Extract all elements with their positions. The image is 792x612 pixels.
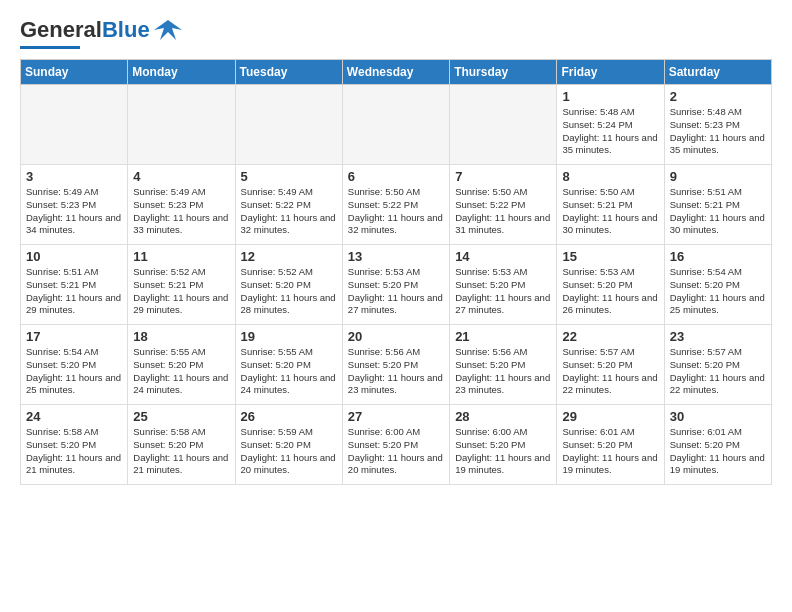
day-info: Sunrise: 5:58 AM Sunset: 5:20 PM Dayligh… [133,426,229,477]
day-number: 6 [348,169,444,184]
calendar-cell: 14Sunrise: 5:53 AM Sunset: 5:20 PM Dayli… [450,245,557,325]
logo: GeneralBlue [20,16,182,49]
col-header-wednesday: Wednesday [342,60,449,85]
day-number: 29 [562,409,658,424]
calendar-cell: 8Sunrise: 5:50 AM Sunset: 5:21 PM Daylig… [557,165,664,245]
calendar-cell: 20Sunrise: 5:56 AM Sunset: 5:20 PM Dayli… [342,325,449,405]
day-info: Sunrise: 5:58 AM Sunset: 5:20 PM Dayligh… [26,426,122,477]
calendar-table: SundayMondayTuesdayWednesdayThursdayFrid… [20,59,772,485]
calendar-cell: 23Sunrise: 5:57 AM Sunset: 5:20 PM Dayli… [664,325,771,405]
col-header-saturday: Saturday [664,60,771,85]
col-header-monday: Monday [128,60,235,85]
day-info: Sunrise: 5:49 AM Sunset: 5:23 PM Dayligh… [26,186,122,237]
day-number: 5 [241,169,337,184]
day-info: Sunrise: 5:53 AM Sunset: 5:20 PM Dayligh… [348,266,444,317]
col-header-thursday: Thursday [450,60,557,85]
calendar-cell: 18Sunrise: 5:55 AM Sunset: 5:20 PM Dayli… [128,325,235,405]
calendar-cell: 24Sunrise: 5:58 AM Sunset: 5:20 PM Dayli… [21,405,128,485]
calendar-cell: 9Sunrise: 5:51 AM Sunset: 5:21 PM Daylig… [664,165,771,245]
day-number: 12 [241,249,337,264]
calendar-cell: 7Sunrise: 5:50 AM Sunset: 5:22 PM Daylig… [450,165,557,245]
day-number: 26 [241,409,337,424]
header: GeneralBlue [20,16,772,49]
calendar-cell: 26Sunrise: 5:59 AM Sunset: 5:20 PM Dayli… [235,405,342,485]
calendar-cell: 28Sunrise: 6:00 AM Sunset: 5:20 PM Dayli… [450,405,557,485]
day-number: 22 [562,329,658,344]
day-info: Sunrise: 5:57 AM Sunset: 5:20 PM Dayligh… [670,346,766,397]
day-number: 4 [133,169,229,184]
week-row-1: 3Sunrise: 5:49 AM Sunset: 5:23 PM Daylig… [21,165,772,245]
col-header-friday: Friday [557,60,664,85]
day-info: Sunrise: 5:56 AM Sunset: 5:20 PM Dayligh… [348,346,444,397]
day-info: Sunrise: 5:56 AM Sunset: 5:20 PM Dayligh… [455,346,551,397]
calendar-cell: 1Sunrise: 5:48 AM Sunset: 5:24 PM Daylig… [557,85,664,165]
day-number: 19 [241,329,337,344]
calendar-cell: 25Sunrise: 5:58 AM Sunset: 5:20 PM Dayli… [128,405,235,485]
calendar-cell: 6Sunrise: 5:50 AM Sunset: 5:22 PM Daylig… [342,165,449,245]
day-number: 10 [26,249,122,264]
calendar-cell: 4Sunrise: 5:49 AM Sunset: 5:23 PM Daylig… [128,165,235,245]
calendar-cell: 27Sunrise: 6:00 AM Sunset: 5:20 PM Dayli… [342,405,449,485]
calendar-cell: 21Sunrise: 5:56 AM Sunset: 5:20 PM Dayli… [450,325,557,405]
calendar-cell: 11Sunrise: 5:52 AM Sunset: 5:21 PM Dayli… [128,245,235,325]
col-header-tuesday: Tuesday [235,60,342,85]
day-info: Sunrise: 5:50 AM Sunset: 5:22 PM Dayligh… [455,186,551,237]
day-number: 9 [670,169,766,184]
day-number: 7 [455,169,551,184]
day-number: 20 [348,329,444,344]
day-info: Sunrise: 6:00 AM Sunset: 5:20 PM Dayligh… [348,426,444,477]
day-info: Sunrise: 5:52 AM Sunset: 5:21 PM Dayligh… [133,266,229,317]
day-info: Sunrise: 5:52 AM Sunset: 5:20 PM Dayligh… [241,266,337,317]
day-info: Sunrise: 6:01 AM Sunset: 5:20 PM Dayligh… [670,426,766,477]
calendar-cell: 16Sunrise: 5:54 AM Sunset: 5:20 PM Dayli… [664,245,771,325]
calendar-cell [235,85,342,165]
col-header-sunday: Sunday [21,60,128,85]
calendar-cell: 13Sunrise: 5:53 AM Sunset: 5:20 PM Dayli… [342,245,449,325]
day-number: 27 [348,409,444,424]
day-number: 3 [26,169,122,184]
day-number: 30 [670,409,766,424]
day-info: Sunrise: 6:01 AM Sunset: 5:20 PM Dayligh… [562,426,658,477]
day-number: 1 [562,89,658,104]
day-info: Sunrise: 5:49 AM Sunset: 5:23 PM Dayligh… [133,186,229,237]
calendar-cell: 10Sunrise: 5:51 AM Sunset: 5:21 PM Dayli… [21,245,128,325]
day-info: Sunrise: 5:59 AM Sunset: 5:20 PM Dayligh… [241,426,337,477]
calendar-cell: 17Sunrise: 5:54 AM Sunset: 5:20 PM Dayli… [21,325,128,405]
day-info: Sunrise: 5:50 AM Sunset: 5:21 PM Dayligh… [562,186,658,237]
calendar-cell: 3Sunrise: 5:49 AM Sunset: 5:23 PM Daylig… [21,165,128,245]
logo-general: General [20,17,102,42]
calendar-header-row: SundayMondayTuesdayWednesdayThursdayFrid… [21,60,772,85]
page: GeneralBlue SundayMondayTuesdayWednesday… [0,0,792,612]
day-info: Sunrise: 6:00 AM Sunset: 5:20 PM Dayligh… [455,426,551,477]
day-info: Sunrise: 5:51 AM Sunset: 5:21 PM Dayligh… [26,266,122,317]
logo-bird-icon [154,16,182,44]
logo-underline [20,46,80,49]
day-info: Sunrise: 5:54 AM Sunset: 5:20 PM Dayligh… [670,266,766,317]
week-row-0: 1Sunrise: 5:48 AM Sunset: 5:24 PM Daylig… [21,85,772,165]
calendar-cell: 5Sunrise: 5:49 AM Sunset: 5:22 PM Daylig… [235,165,342,245]
week-row-2: 10Sunrise: 5:51 AM Sunset: 5:21 PM Dayli… [21,245,772,325]
day-info: Sunrise: 5:53 AM Sunset: 5:20 PM Dayligh… [455,266,551,317]
day-info: Sunrise: 5:49 AM Sunset: 5:22 PM Dayligh… [241,186,337,237]
day-info: Sunrise: 5:54 AM Sunset: 5:20 PM Dayligh… [26,346,122,397]
calendar-cell: 30Sunrise: 6:01 AM Sunset: 5:20 PM Dayli… [664,405,771,485]
week-row-3: 17Sunrise: 5:54 AM Sunset: 5:20 PM Dayli… [21,325,772,405]
day-number: 28 [455,409,551,424]
day-info: Sunrise: 5:55 AM Sunset: 5:20 PM Dayligh… [133,346,229,397]
calendar-cell: 29Sunrise: 6:01 AM Sunset: 5:20 PM Dayli… [557,405,664,485]
day-info: Sunrise: 5:53 AM Sunset: 5:20 PM Dayligh… [562,266,658,317]
calendar-cell [128,85,235,165]
day-number: 23 [670,329,766,344]
calendar-cell [342,85,449,165]
logo-blue: Blue [102,17,150,42]
day-number: 13 [348,249,444,264]
day-info: Sunrise: 5:51 AM Sunset: 5:21 PM Dayligh… [670,186,766,237]
day-info: Sunrise: 5:57 AM Sunset: 5:20 PM Dayligh… [562,346,658,397]
day-info: Sunrise: 5:55 AM Sunset: 5:20 PM Dayligh… [241,346,337,397]
calendar-cell [450,85,557,165]
svg-marker-0 [154,20,182,40]
day-number: 8 [562,169,658,184]
day-info: Sunrise: 5:48 AM Sunset: 5:23 PM Dayligh… [670,106,766,157]
calendar-cell [21,85,128,165]
day-number: 25 [133,409,229,424]
